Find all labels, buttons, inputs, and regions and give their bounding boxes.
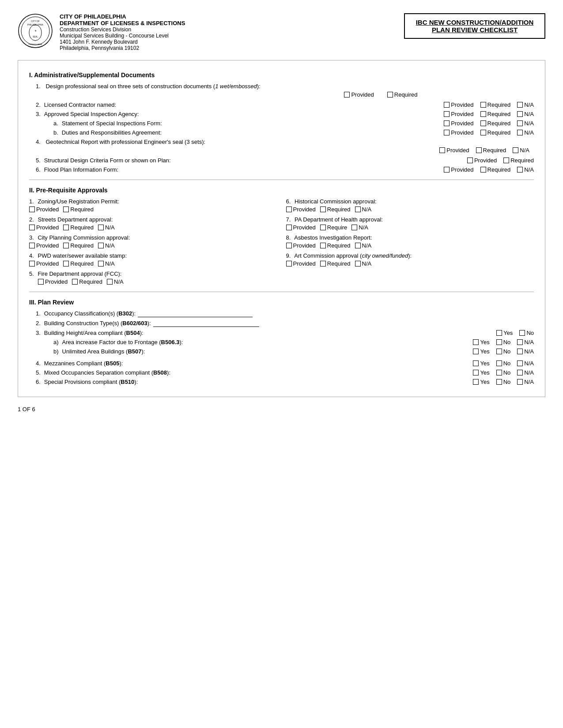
s2-item7-na[interactable]: N/A — [351, 224, 368, 231]
s2-item6-na[interactable]: N/A — [355, 206, 372, 213]
s3-item4-yes[interactable]: Yes — [473, 360, 489, 367]
item-3-provided[interactable]: Provided — [444, 111, 473, 117]
item-2-provided[interactable]: Provided — [444, 101, 473, 108]
s2-item3-required[interactable]: Required — [63, 242, 94, 249]
item-6-provided[interactable]: Provided — [444, 166, 473, 173]
s2-item6-text: Historical Commission approval: — [295, 198, 377, 205]
s2-item7-require[interactable]: Require — [320, 224, 348, 231]
item-2-required[interactable]: Required — [480, 101, 511, 108]
s2-item8-provided[interactable]: Provided — [286, 242, 316, 249]
s2-item2-text: Streets Department approval: — [38, 216, 113, 223]
s2-item2-provided[interactable]: Provided — [29, 224, 59, 231]
item-3b-required[interactable]: Required — [480, 129, 511, 136]
divider-1 — [29, 180, 534, 180]
s2-item2-na[interactable]: N/A — [98, 224, 115, 231]
s2-item9-required[interactable]: Required — [320, 260, 351, 267]
s3-item3a-no[interactable]: No — [496, 339, 511, 345]
item-5-checkboxes: Provided Required — [467, 157, 534, 164]
s3-item4-na[interactable]: N/A — [517, 360, 534, 367]
s2-item8-required[interactable]: Required — [320, 242, 351, 249]
s3-item6-yes[interactable]: Yes — [473, 379, 489, 385]
item-2-label: Licensed Contractor named: — [44, 101, 444, 108]
item-4-required[interactable]: Required — [476, 147, 506, 154]
item-5-label: Structural Design Criteria Form or shown… — [44, 157, 467, 164]
s3-item4-checkboxes: Yes No N/A — [473, 360, 534, 367]
item-3a-required[interactable]: Required — [480, 120, 511, 127]
s2-item4-text: PWD water/sewer available stamp: — [38, 252, 127, 259]
s2-item1-required[interactable]: Required — [63, 206, 94, 213]
s2-item-2-checkboxes: Provided Required N/A — [29, 224, 277, 231]
s2-item-1-label: 1. Zoning/Use Registration Permit: — [29, 198, 277, 205]
s2-item4-na[interactable]: N/A — [98, 260, 115, 267]
s2-item4-required[interactable]: Required — [63, 260, 94, 267]
item-2-na[interactable]: N/A — [517, 101, 534, 108]
s2-item6-provided[interactable]: Provided — [286, 206, 316, 213]
title-line2: PLAN REVIEW CHECKLIST — [414, 26, 536, 34]
s2-item-7-checkboxes: Provided Require N/A — [286, 224, 534, 231]
item-5-provided[interactable]: Provided — [467, 157, 497, 164]
item-3b-na[interactable]: N/A — [517, 129, 534, 136]
s2-item9-provided[interactable]: Provided — [286, 260, 316, 267]
item-1-required[interactable]: Required — [387, 91, 418, 98]
s3-item3a-na[interactable]: N/A — [517, 339, 534, 345]
checkbox-provided-1[interactable] — [344, 92, 350, 98]
s2-item8-text: Asbestos Investigation Report: — [294, 234, 372, 241]
item-5-required[interactable]: Required — [503, 157, 534, 164]
s2-item5-provided[interactable]: Provided — [38, 278, 68, 285]
s2-right-7: 7. PA Department of Health approval: Pro… — [282, 216, 534, 231]
s3-item3a-yes[interactable]: Yes — [473, 339, 489, 345]
page-header: CITY OF PHILADELPHIA ⚜ SEAL PENNSYLVANIA… — [18, 13, 545, 51]
s3-item5-yes[interactable]: Yes — [473, 369, 489, 376]
s3-item3-yes[interactable]: Yes — [496, 330, 513, 336]
item-4-na[interactable]: N/A — [513, 147, 529, 154]
item-3b-provided[interactable]: Provided — [444, 129, 473, 136]
item-6-required[interactable]: Required — [480, 166, 511, 173]
item-1-label: Design professional seal on three sets o… — [45, 83, 260, 90]
s2-row-3-8: 3. City Planning Commission approval: Pr… — [29, 234, 534, 249]
item-3-na[interactable]: N/A — [517, 111, 534, 117]
s3-item-5-row: 5. Mixed Occupancies Separation complian… — [36, 369, 534, 376]
checkbox-required-1[interactable] — [387, 92, 393, 98]
title-line1: IBC NEW CONSTRUCTION/ADDITION — [414, 19, 536, 26]
s2-item4-provided[interactable]: Provided — [29, 260, 59, 267]
s3-item4-no[interactable]: No — [496, 360, 511, 367]
s2-item-4-label: 4. PWD water/sewer available stamp: — [29, 252, 277, 259]
s3-item3b-na[interactable]: N/A — [517, 348, 534, 355]
s2-right-6: 6. Historical Commission approval: Provi… — [282, 198, 534, 213]
s2-item3-na[interactable]: N/A — [98, 242, 115, 249]
s2-item5-na[interactable]: N/A — [107, 278, 124, 285]
item-6-checkboxes: Provided Required N/A — [444, 166, 534, 173]
item-3-required[interactable]: Required — [480, 111, 511, 117]
s3-item3a-label: Area increase Factor due to Frontage (B5… — [62, 339, 473, 345]
item-4-provided[interactable]: Provided — [439, 147, 469, 154]
s3-item3-no[interactable]: No — [519, 330, 534, 336]
s3-item6-na[interactable]: N/A — [517, 379, 534, 385]
item-3-row: 3. Approved Special Inspection Agency: P… — [36, 111, 534, 117]
item-6-na[interactable]: N/A — [517, 166, 534, 173]
s2-item9-na[interactable]: N/A — [355, 260, 372, 267]
s2-item7-provided[interactable]: Provided — [286, 224, 316, 231]
s3-item3b-no[interactable]: No — [496, 348, 511, 355]
s3-item5-na[interactable]: N/A — [517, 369, 534, 376]
s2-item7-text: PA Department of Health approval: — [295, 216, 383, 223]
item-3a-provided[interactable]: Provided — [444, 120, 473, 127]
dept-name: DEPARTMENT OF LICENSES & INSPECTIONS — [60, 20, 404, 26]
s3-item5-no[interactable]: No — [496, 369, 511, 376]
s2-item8-na[interactable]: N/A — [355, 242, 372, 249]
s3-item6-no[interactable]: No — [496, 379, 511, 385]
item-2-row: 2. Licensed Contractor named: Provided R… — [36, 101, 534, 108]
s2-item2-required[interactable]: Required — [63, 224, 94, 231]
svg-text:CITY OF: CITY OF — [31, 20, 40, 23]
s2-item3-provided[interactable]: Provided — [29, 242, 59, 249]
s3-item-1-row: 1. Occupancy Classification(s) (B302): — [36, 310, 534, 317]
item-3a-na[interactable]: N/A — [517, 120, 534, 127]
item-5-row: 5. Structural Design Criteria Form or sh… — [36, 157, 534, 164]
s2-row-4-9: 4. PWD water/sewer available stamp: Prov… — [29, 252, 534, 267]
s2-item1-provided[interactable]: Provided — [29, 206, 59, 213]
item-3a-row: a. Statement of Special Inspections Form… — [53, 120, 534, 127]
section1-title: I. Administrative/Supplemental Documents — [29, 71, 534, 79]
s3-item3b-yes[interactable]: Yes — [473, 348, 489, 355]
item-1-provided[interactable]: Provided — [344, 91, 374, 98]
s2-item5-required[interactable]: Required — [72, 278, 102, 285]
s2-item6-required[interactable]: Required — [320, 206, 351, 213]
